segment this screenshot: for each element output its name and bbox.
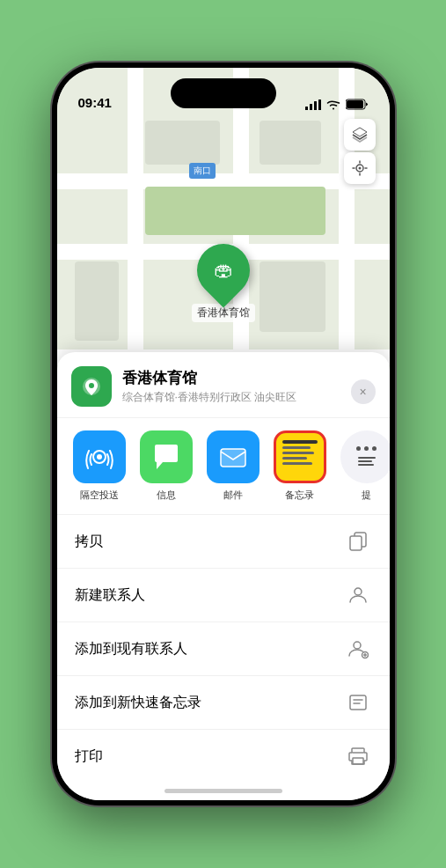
bottom-sheet: 香港体育馆 综合体育馆·香港特别行政区 油尖旺区 × bbox=[57, 352, 390, 800]
action-quick-note[interactable]: 添加到新快速备忘录 bbox=[57, 676, 390, 730]
new-contact-icon bbox=[344, 581, 372, 609]
svg-rect-3 bbox=[318, 99, 321, 110]
share-notes[interactable]: 备忘录 bbox=[272, 430, 328, 502]
home-indicator bbox=[165, 789, 282, 793]
print-label: 打印 bbox=[75, 747, 103, 766]
map-layer-button[interactable] bbox=[344, 119, 376, 151]
quick-note-icon bbox=[344, 688, 372, 717]
action-print[interactable]: 打印 bbox=[57, 730, 390, 783]
map-controls bbox=[344, 119, 376, 184]
new-contact-label: 新建联系人 bbox=[75, 586, 145, 605]
action-new-contact[interactable]: 新建联系人 bbox=[57, 569, 390, 622]
quick-note-label: 添加到新快速备忘录 bbox=[75, 694, 201, 712]
messages-label: 信息 bbox=[157, 489, 176, 502]
status-time: 09:41 bbox=[78, 95, 112, 110]
map-north-label: 南口 bbox=[189, 163, 216, 179]
location-button[interactable] bbox=[344, 152, 376, 184]
notes-label: 备忘录 bbox=[285, 489, 314, 502]
more-icon bbox=[340, 430, 390, 483]
add-contact-icon bbox=[344, 635, 372, 663]
sheet-info: 香港体育馆 综合体育馆·香港特别行政区 油尖旺区 bbox=[122, 368, 297, 405]
airdrop-label: 隔空投送 bbox=[80, 489, 119, 502]
sheet-title: 香港体育馆 bbox=[122, 368, 297, 388]
venue-icon bbox=[71, 366, 112, 407]
print-icon bbox=[344, 742, 372, 770]
svg-rect-18 bbox=[350, 536, 362, 550]
svg-rect-15 bbox=[358, 460, 372, 462]
svg-rect-14 bbox=[358, 457, 376, 459]
svg-rect-12 bbox=[221, 449, 245, 467]
copy-icon bbox=[344, 527, 372, 555]
action-copy[interactable]: 拷贝 bbox=[57, 515, 390, 569]
svg-point-11 bbox=[97, 454, 102, 460]
share-more[interactable]: 提 bbox=[339, 430, 390, 502]
battery-icon bbox=[346, 99, 369, 110]
svg-point-9 bbox=[89, 383, 94, 388]
action-add-contact[interactable]: 添加到现有联系人 bbox=[57, 622, 390, 676]
action-list: 拷贝 新建联系人 bbox=[57, 515, 390, 800]
notes-lines bbox=[276, 433, 324, 468]
svg-rect-0 bbox=[305, 107, 308, 110]
airdrop-icon bbox=[73, 430, 126, 483]
share-airdrop[interactable]: 隔空投送 bbox=[71, 430, 128, 502]
share-messages[interactable]: 信息 bbox=[138, 430, 194, 502]
mail-icon bbox=[207, 430, 260, 483]
wifi-icon bbox=[326, 99, 340, 110]
copy-label: 拷贝 bbox=[75, 533, 103, 551]
sheet-close-button[interactable]: × bbox=[351, 379, 376, 404]
svg-rect-16 bbox=[358, 464, 374, 466]
dynamic-island bbox=[171, 78, 276, 108]
svg-rect-22 bbox=[350, 695, 366, 710]
svg-point-20 bbox=[354, 642, 361, 649]
svg-rect-5 bbox=[347, 100, 363, 108]
more-label: 提 bbox=[362, 489, 371, 502]
map-pin-icon: 🏟 bbox=[186, 233, 260, 308]
sheet-header: 香港体育馆 综合体育馆·香港特别行政区 油尖旺区 × bbox=[57, 366, 390, 418]
svg-rect-2 bbox=[314, 101, 317, 110]
share-row: 隔空投送 信息 bbox=[57, 418, 390, 515]
svg-point-7 bbox=[358, 167, 361, 170]
phone-frame: 09:41 bbox=[52, 63, 395, 805]
signal-icon bbox=[305, 99, 321, 110]
status-icons bbox=[305, 99, 369, 110]
share-mail[interactable]: 邮件 bbox=[205, 430, 261, 502]
mail-label: 邮件 bbox=[223, 489, 243, 502]
svg-rect-23 bbox=[352, 748, 364, 753]
svg-rect-24 bbox=[353, 758, 363, 764]
phone-screen: 09:41 bbox=[57, 68, 390, 800]
add-contact-label: 添加到现有联系人 bbox=[75, 640, 187, 658]
map-pin-inner: 🏟 bbox=[214, 259, 233, 282]
notes-icon bbox=[274, 430, 326, 483]
sheet-subtitle: 综合体育馆·香港特别行政区 油尖旺区 bbox=[122, 390, 297, 405]
map-pin: 🏟 香港体育馆 bbox=[192, 244, 255, 322]
svg-rect-1 bbox=[310, 104, 312, 110]
svg-point-19 bbox=[355, 588, 362, 595]
messages-icon bbox=[140, 430, 193, 483]
